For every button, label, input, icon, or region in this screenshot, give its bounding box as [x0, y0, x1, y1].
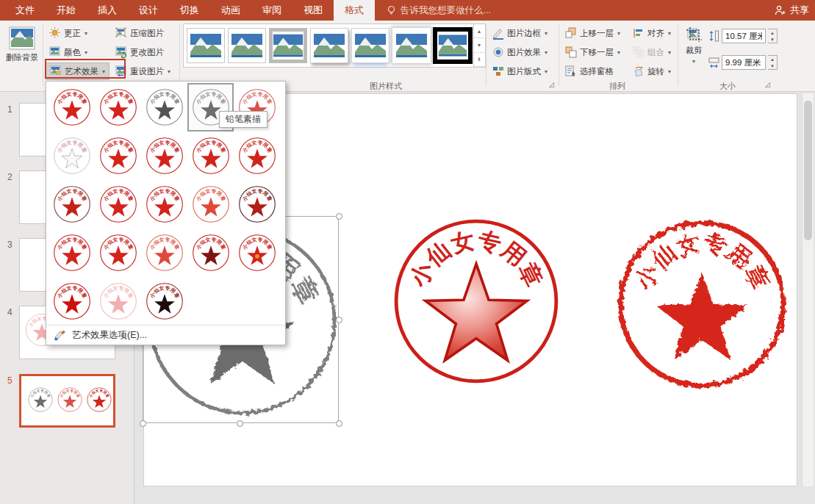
gallery-scroll-up[interactable]: ▲	[474, 24, 484, 38]
dropdown-arrow-icon: ▾	[668, 30, 671, 37]
gallery-scroll-down[interactable]: ▼	[474, 38, 484, 52]
align-icon	[633, 27, 645, 40]
picture-style-3[interactable]	[269, 28, 307, 63]
crop-icon	[686, 26, 702, 43]
scrollbar-thumb[interactable]	[804, 101, 812, 240]
tab-6[interactable]: 动画	[210, 0, 251, 21]
adjust-2-label: 颜色	[64, 47, 81, 58]
artistic-effect-item-13[interactable]: 小仙女专用章	[141, 180, 187, 228]
height-spinner[interactable]: ▲▼	[768, 29, 778, 43]
slide-thumbnail-5[interactable]: 5小仙女专用章小仙女专用章小仙女专用章	[0, 374, 134, 430]
share-button[interactable]: 共享	[775, 0, 809, 21]
canvas-stamp-3-texture[interactable]: 小仙女专用章	[611, 214, 792, 395]
artistic-effect-item-1[interactable]: 小仙女专用章	[49, 83, 95, 132]
width-input[interactable]	[722, 55, 766, 70]
arrange-group-label: 排列	[566, 81, 669, 92]
artistic-effect-item-8[interactable]: 小仙女专用章	[141, 132, 187, 180]
artistic-effect-item-18[interactable]: 小仙女专用章	[141, 228, 187, 277]
dropdown-arrow-icon: ▾	[85, 49, 87, 56]
picture-tool-2-label: 图片效果	[507, 47, 541, 58]
artistic-effect-item-10[interactable]: 小仙女专用章	[234, 132, 280, 180]
arrange-tool2-3-label: 旋转	[647, 66, 664, 77]
tooltip: 铅笔素描	[219, 111, 268, 128]
artistic-effect-item-12[interactable]: 小仙女专用章	[95, 180, 141, 228]
tab-2[interactable]: 开始	[46, 0, 87, 21]
artistic-effect-item-23[interactable]: 小仙女专用章	[141, 277, 187, 325]
artistic-effect-item-16[interactable]: 小仙女专用章	[49, 228, 95, 277]
dropdown-arrow-icon: ▾	[545, 68, 547, 75]
dropdown-arrow-icon: ▾	[85, 30, 87, 37]
artistic-effect-item-22[interactable]: 小仙女专用章	[95, 277, 141, 325]
artistic-effect-item-3[interactable]: 小仙女专用章	[141, 83, 187, 132]
picture-adjust-1-button[interactable]: 压缩图片	[112, 24, 174, 42]
crop-button[interactable]: 裁剪 ▾	[681, 23, 707, 84]
arrange-tool-3-button[interactable]: 选择窗格	[561, 62, 624, 80]
artistic-effect-item-2[interactable]: 小仙女专用章	[95, 83, 141, 132]
remove-background-button[interactable]: 删除背景	[3, 23, 41, 87]
vertical-scrollbar[interactable]	[802, 93, 814, 486]
selection-handle-4[interactable]	[336, 317, 342, 323]
crop-dropdown-arrow: ▾	[692, 58, 695, 65]
lightbulb-icon	[387, 5, 396, 16]
selpane-icon	[565, 65, 577, 78]
picture-tool-1-button[interactable]: 图片边框▾	[489, 24, 551, 42]
selection-handle-6[interactable]	[237, 420, 243, 427]
artistic-effect-item-11[interactable]: 小仙女专用章	[49, 180, 95, 228]
effects-icon	[492, 46, 504, 59]
picture-style-6[interactable]	[392, 28, 431, 63]
tab-9[interactable]: 格式	[334, 0, 375, 21]
gallery-more-button[interactable]: ⇟	[474, 53, 484, 67]
arrange-tool2-3-button[interactable]: 旋转▾	[629, 62, 675, 80]
picture-style-1[interactable]	[187, 28, 225, 63]
arrange-tool2-2-button: 组合▾	[629, 43, 675, 61]
slide-number: 2	[7, 172, 12, 182]
artistic-effect-item-20[interactable]: 小仙女专用章	[234, 228, 280, 277]
selection-handle-3[interactable]	[336, 213, 342, 220]
artistic-effect-item-6[interactable]: 小仙女专用章	[49, 132, 95, 180]
artistic-effects-options-item[interactable]: 艺术效果选项(E)...	[46, 325, 285, 345]
artistic-effect-item-7[interactable]: 小仙女专用章	[95, 132, 141, 180]
sendback-icon	[565, 46, 577, 59]
shape-height-field: ▲▼	[708, 29, 778, 43]
arrange-tool-2-label: 下移一层	[580, 47, 614, 58]
picture-style-4[interactable]	[310, 28, 348, 63]
artistic-effect-item-15[interactable]: 小仙女专用章	[234, 180, 280, 228]
picture-tool-2-button[interactable]: 图片效果▾	[489, 43, 551, 61]
height-input[interactable]	[722, 29, 766, 43]
artistic-effect-item-19[interactable]: 小仙女专用章	[187, 228, 234, 277]
artistic-effect-item-9[interactable]: 小仙女专用章	[187, 132, 234, 180]
picture-tool-1-label: 图片边框	[507, 28, 541, 39]
selection-handle-7[interactable]	[140, 420, 146, 427]
size-dialog-launcher[interactable]: ◿	[763, 79, 772, 89]
slide-preview: 小仙女专用章小仙女专用章小仙女专用章	[19, 374, 115, 428]
width-spinner[interactable]: ▲▼	[768, 55, 778, 70]
picture-adjust-2-label: 更改图片	[130, 47, 164, 58]
picture-style-5[interactable]	[351, 28, 389, 63]
picture-adjust-3-label: 重设图片	[130, 66, 164, 77]
tab-1[interactable]: 文件	[4, 0, 46, 21]
picture-tool-3-button[interactable]: 图片版式▾	[489, 62, 551, 80]
tab-3[interactable]: 插入	[87, 0, 128, 21]
arrange-tool-1-button[interactable]: 上移一层▾	[561, 24, 624, 42]
picture-style-2[interactable]	[228, 28, 266, 63]
group-icon	[633, 46, 645, 59]
tab-5[interactable]: 切换	[169, 0, 210, 21]
tab-8[interactable]: 视图	[292, 0, 334, 21]
tab-7[interactable]: 审阅	[251, 0, 292, 21]
selection-handle-5[interactable]	[336, 420, 342, 427]
arrange-tool2-2-label: 组合	[647, 47, 664, 58]
artistic-effect-item-17[interactable]: 小仙女专用章	[95, 228, 141, 277]
artistic-effect-item-21[interactable]: 小仙女专用章	[49, 277, 95, 325]
dropdown-arrow-icon: ▾	[545, 30, 547, 37]
adjust-1-button[interactable]: 更正▾	[46, 24, 109, 42]
picture-style-7[interactable]	[434, 28, 472, 63]
bringfwd-icon	[565, 27, 577, 40]
arrange-tool2-1-button[interactable]: 对齐▾	[629, 24, 675, 42]
artistic-effect-item-14[interactable]: 小仙女专用章	[187, 180, 234, 228]
shape-width-field: ▲▼	[708, 55, 778, 70]
canvas-stamp-2-gloss[interactable]: 小仙女专用章	[387, 212, 565, 390]
tab-4[interactable]: 设计	[128, 0, 169, 21]
slide-number: 1	[7, 104, 12, 115]
arrange-tool-2-button[interactable]: 下移一层▾	[561, 43, 624, 61]
tell-me-box[interactable]: 告诉我您想要做什么...	[375, 0, 491, 21]
